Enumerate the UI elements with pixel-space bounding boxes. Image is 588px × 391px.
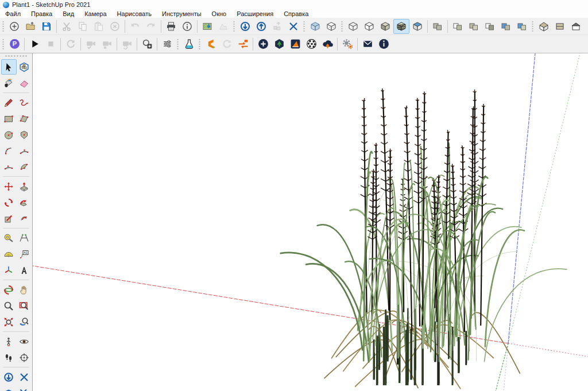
tool-protractor[interactable] [1, 246, 17, 262]
redo-button[interactable] [143, 19, 159, 34]
split-button[interactable] [514, 19, 530, 34]
stop-animation-button[interactable] [42, 37, 59, 52]
save-button[interactable] [38, 19, 55, 34]
share-component-button[interactable] [269, 19, 285, 34]
tool-follow-me[interactable] [17, 195, 32, 210]
tool-warehouse-extensions[interactable] [17, 369, 32, 385]
enscape-material-editor-button[interactable] [287, 37, 303, 52]
union-button[interactable] [466, 19, 482, 34]
tool-paint-bucket[interactable] [1, 75, 17, 91]
tool-walk[interactable] [1, 350, 17, 365]
enscape-live-sync-button[interactable] [219, 37, 235, 52]
erase-button[interactable] [107, 19, 123, 34]
3d-warehouse-button[interactable] [237, 19, 253, 34]
scene-update-button[interactable] [119, 37, 135, 52]
back-edges-button[interactable] [323, 19, 339, 34]
play-animation-button[interactable] [26, 37, 42, 52]
new-button[interactable] [6, 19, 22, 34]
tool-move[interactable] [1, 179, 17, 194]
menu-help[interactable]: Справка [278, 9, 314, 18]
tool-offset[interactable] [17, 211, 32, 226]
menu-edit[interactable]: Правка [26, 9, 57, 18]
add-location-button[interactable] [199, 19, 215, 34]
hidden-line-button[interactable] [361, 19, 377, 34]
enscape-view-sync-button[interactable] [235, 37, 251, 52]
tool-two-point-arc[interactable] [17, 143, 32, 158]
view-front-button[interactable] [568, 19, 584, 34]
wireframe-button[interactable] [345, 19, 361, 34]
paste-button[interactable] [91, 19, 107, 34]
tool-share-model-layers[interactable] [1, 385, 17, 391]
menu-draw[interactable]: Нарисовать [112, 9, 157, 18]
view-top-button[interactable] [552, 19, 568, 34]
enscape-material-library-button[interactable] [303, 37, 319, 52]
tool-look-around[interactable] [17, 334, 32, 349]
enscape-assets-button[interactable] [271, 37, 287, 52]
view-iso-button[interactable] [536, 19, 552, 34]
trim-button[interactable] [498, 19, 514, 34]
tool-zoom-extents[interactable] [1, 314, 17, 330]
enscape-create-view-button[interactable] [255, 37, 271, 52]
drawing-canvas[interactable] [33, 53, 588, 391]
enscape-upload-button[interactable] [319, 37, 335, 52]
tool-circle[interactable] [1, 127, 17, 142]
tool-line[interactable] [1, 95, 17, 110]
tool-rotated-rectangle[interactable] [17, 111, 32, 126]
menu-camera[interactable]: Камера [79, 9, 111, 18]
model-info-button[interactable] [179, 19, 195, 34]
enscape-start-button[interactable] [203, 37, 219, 52]
monochrome-button[interactable] [409, 19, 425, 34]
tool-push-pull[interactable] [17, 179, 32, 194]
view-right-button[interactable] [584, 19, 588, 34]
cut-button[interactable] [59, 19, 75, 34]
subtract-button[interactable] [482, 19, 498, 34]
enscape-settings-button[interactable] [339, 37, 355, 52]
tool-zoom[interactable] [1, 298, 17, 313]
tool-pan[interactable] [17, 282, 32, 297]
tool-axes[interactable] [1, 262, 17, 278]
x-ray-button[interactable] [307, 19, 323, 34]
tool-polygon[interactable] [17, 127, 32, 142]
tool-pie[interactable] [17, 159, 32, 175]
tool-orbit[interactable] [1, 282, 17, 297]
tool-tape-measure[interactable] [1, 230, 17, 246]
shaded-button[interactable] [377, 19, 393, 34]
menu-view[interactable]: Вид [57, 9, 79, 18]
tool-text[interactable]: A1 [17, 246, 32, 262]
tool-eraser[interactable] [17, 75, 32, 91]
enscape-feedback-button[interactable] [359, 37, 376, 52]
tool-extension-manager[interactable] [17, 385, 32, 391]
tool-section-plane[interactable] [17, 350, 32, 365]
toggle-terrain-button[interactable] [215, 19, 231, 34]
tool-rotate[interactable] [1, 195, 17, 210]
tool-position-camera[interactable] [1, 334, 17, 349]
tool-arc[interactable] [1, 143, 17, 158]
tool-warehouse-3d[interactable] [1, 369, 17, 385]
tool-rectangle[interactable] [1, 111, 17, 126]
menu-file[interactable]: Файл [0, 9, 26, 18]
tool-3d-text[interactable] [17, 262, 32, 278]
style-sliders-button[interactable] [159, 37, 175, 52]
tool-three-point-arc[interactable] [1, 159, 17, 175]
share-model-button[interactable] [253, 19, 269, 34]
scene-accept-button[interactable] [83, 37, 99, 52]
shaded-with-textures-button[interactable] [393, 19, 409, 34]
tool-zoom-previous[interactable] [17, 314, 32, 330]
print-button[interactable] [163, 19, 179, 34]
add-detail-button[interactable] [139, 37, 155, 52]
open-button[interactable] [22, 19, 38, 34]
tool-make-component[interactable] [17, 59, 32, 75]
scene-reject-button[interactable] [99, 37, 115, 52]
menu-tools[interactable]: Инструменты [157, 9, 207, 18]
tool-select[interactable] [1, 59, 17, 75]
menu-window[interactable]: Окно [207, 9, 232, 18]
outer-shell-button[interactable] [430, 19, 446, 34]
undo-button[interactable] [127, 19, 143, 34]
enscape-about-button[interactable] [376, 37, 392, 52]
tool-zoom-window[interactable] [17, 298, 32, 313]
copy-button[interactable] [75, 19, 91, 34]
placemaker-button[interactable]: P [6, 37, 22, 52]
intersect-button[interactable] [450, 19, 466, 34]
lab-flask-button[interactable] [181, 37, 197, 52]
tool-freehand[interactable] [17, 95, 32, 110]
